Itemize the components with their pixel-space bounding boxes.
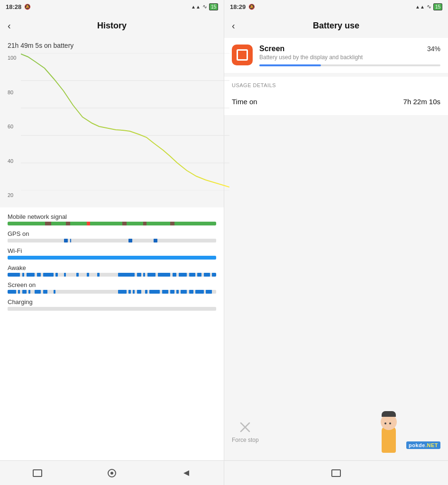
gps-dot-1 <box>64 239 68 242</box>
top-bar-right: ‹ Battery use <box>224 13 448 38</box>
home-button[interactable] <box>105 466 119 480</box>
force-stop-label: Force stop <box>232 437 259 443</box>
silent-icon-left: 🔕 <box>24 4 31 10</box>
mobile-signal-row: Mobile network signal <box>8 213 216 225</box>
time-left: 18:28 <box>6 3 21 10</box>
svg-rect-6 <box>33 470 42 476</box>
gps-label: GPS on <box>8 230 216 237</box>
battery-icon-right: 15 <box>433 3 442 10</box>
battery-icon-left: 15 <box>209 3 218 10</box>
silent-icon-right: 🔕 <box>248 4 255 10</box>
mobile-signal-label: Mobile network signal <box>8 213 216 220</box>
gps-dot-4 <box>154 239 157 242</box>
bottom-nav-left <box>0 460 224 485</box>
usage-details-section: USAGE DETAILS Time on 7h 22m 10s <box>224 77 448 115</box>
screen-app-icon <box>232 45 253 65</box>
svg-point-8 <box>110 472 113 475</box>
gps-dot-2 <box>70 239 71 242</box>
svg-marker-9 <box>183 470 189 476</box>
app-desc: Battery used by the display and backligh… <box>259 54 440 61</box>
awake-seg-1 <box>8 273 20 277</box>
recents-button[interactable] <box>30 466 45 480</box>
time-on-value: 7h 22m 10s <box>403 98 440 106</box>
status-icons-right: ▲▲ ∿ 15 <box>415 3 442 10</box>
app-info: Screen 34% Battery used by the display a… <box>259 45 440 66</box>
force-stop-x-icon <box>238 420 253 435</box>
charging-label: Charging <box>8 298 216 305</box>
right-spacer <box>224 115 448 403</box>
usage-bars-section: Mobile network signal GPS on <box>0 207 224 460</box>
battery-duration: 21h 49m 5s on battery <box>0 38 224 51</box>
y-label-40: 40 <box>8 158 16 164</box>
charging-row: Charging <box>8 298 216 311</box>
charging-track <box>8 307 216 311</box>
back-button-left[interactable]: ‹ <box>8 20 11 31</box>
mobile-signal-track <box>8 222 216 225</box>
time-on-row: Time on 7h 22m 10s <box>232 94 440 109</box>
page-title-right: Battery use <box>313 21 359 31</box>
watermark-area: pokde.NET <box>372 410 440 453</box>
usage-details-header: USAGE DETAILS <box>232 82 440 88</box>
battery-history-chart <box>21 53 229 190</box>
y-label-80: 80 <box>8 90 16 95</box>
gps-row: GPS on <box>8 230 216 242</box>
left-panel: 18:28 🔕 ▲▲ ∿ 15 ‹ History 21h 49m 5s on … <box>0 0 224 485</box>
wifi-row: Wi-Fi <box>8 247 216 260</box>
pokde-badge: pokde.NET <box>406 441 440 449</box>
character-graphic <box>372 410 405 453</box>
status-bar-left: 18:28 🔕 ▲▲ ∿ 15 <box>0 0 224 13</box>
app-progress-fill <box>259 64 321 66</box>
awake-track <box>8 273 216 277</box>
wifi-icon-left: ∿ <box>202 3 207 10</box>
top-bar-left: ‹ History <box>0 13 224 38</box>
y-label-20: 20 <box>8 192 16 198</box>
screen-icon-inner <box>237 49 248 61</box>
battery-chart-container: 100 80 60 40 20 <box>0 51 224 207</box>
page-title-left: History <box>97 21 127 31</box>
back-button-right[interactable]: ‹ <box>232 20 235 31</box>
battery-app-row: Screen 34% Battery used by the display a… <box>224 38 448 73</box>
status-icons-left: ▲▲ ∿ 15 <box>191 3 218 10</box>
recents-button-right[interactable] <box>329 466 343 480</box>
signal-icon-right: ▲▲ <box>415 4 425 9</box>
y-label-100: 100 <box>8 55 16 61</box>
time-right: 18:29 <box>230 3 246 10</box>
force-stop-area: Force stop pokde.NET <box>224 403 448 460</box>
y-label-60: 60 <box>8 124 16 129</box>
screen-on-label: Screen on <box>8 281 216 288</box>
wifi-icon-right: ∿ <box>427 3 431 10</box>
wifi-track <box>8 256 216 260</box>
screen-on-track <box>8 290 216 294</box>
signal-icon-left: ▲▲ <box>191 4 201 9</box>
svg-rect-12 <box>332 470 340 476</box>
screen-on-row: Screen on <box>8 281 216 294</box>
right-panel: 18:29 🔕 ▲▲ ∿ 15 ‹ Battery use Screen 34%… <box>224 0 448 485</box>
gps-track <box>8 239 216 242</box>
bottom-nav-right <box>224 460 448 485</box>
awake-label: Awake <box>8 264 216 271</box>
time-on-label: Time on <box>232 98 257 106</box>
app-name: Screen <box>259 45 284 53</box>
back-button-nav[interactable] <box>179 466 193 480</box>
force-stop-button[interactable]: Force stop <box>232 420 259 443</box>
gps-dot-3 <box>128 239 132 242</box>
status-bar-right: 18:29 🔕 ▲▲ ∿ 15 <box>224 0 448 13</box>
app-progress-bar <box>259 64 440 66</box>
wifi-label: Wi-Fi <box>8 247 216 254</box>
app-percent: 34% <box>427 45 440 53</box>
awake-row: Awake <box>8 264 216 277</box>
